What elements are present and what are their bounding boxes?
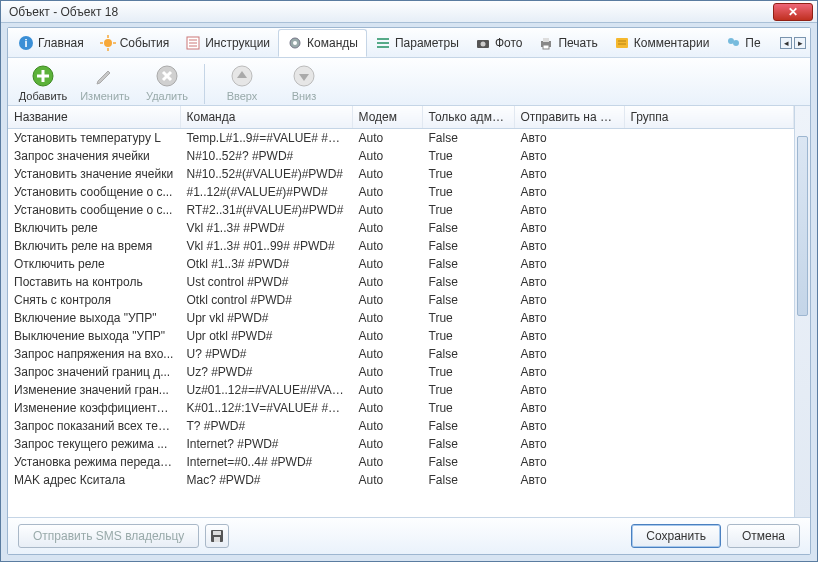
table-row[interactable]: Поставить на контрольUst control #PWD#Au… — [8, 273, 794, 291]
tab-4[interactable]: Параметры — [367, 29, 467, 57]
table-row[interactable]: Выключение выхода "УПР"Upr otkl #PWD#Aut… — [8, 327, 794, 345]
cell-a: True — [422, 147, 514, 165]
table-row[interactable]: Отключить релеOtkl #1..3# #PWD#AutoFalse… — [8, 255, 794, 273]
add-button[interactable]: Добавить — [14, 62, 72, 104]
tab-5[interactable]: Фото — [467, 29, 531, 57]
column-header-1[interactable]: Команда — [180, 106, 352, 129]
table-row[interactable]: Включить релеVkl #1..3# #PWD#AutoFalseАв… — [8, 219, 794, 237]
cell-a: False — [422, 237, 514, 255]
tab-1[interactable]: События — [92, 29, 178, 57]
table-row[interactable]: Установить значение ячейкиN#10..52#(#VAL… — [8, 165, 794, 183]
scroll-thumb[interactable] — [797, 136, 808, 316]
cell-g — [624, 399, 794, 417]
cell-s: Авто — [514, 417, 624, 435]
info-icon: i — [18, 35, 34, 51]
table-row[interactable]: Запрос значения ячейкиN#10..52#? #PWD#Au… — [8, 147, 794, 165]
edit-button[interactable]: Изменить — [76, 62, 134, 104]
cell-c: RT#2..31#(#VALUE#)#PWD# — [180, 201, 352, 219]
table-row[interactable]: Установка режима передач...Internet=#0..… — [8, 453, 794, 471]
window-body: iГлавнаяСобытияИнструкцииКомандыПараметр… — [7, 27, 811, 555]
cancel-button[interactable]: Отмена — [727, 524, 800, 548]
cell-g — [624, 147, 794, 165]
tabs-scroll: ◂ ▸ — [780, 37, 808, 49]
cell-a: False — [422, 255, 514, 273]
cell-c: T? #PWD# — [180, 417, 352, 435]
bottom-bar: Отправить SMS владельцу Сохранить Отмена — [8, 518, 810, 554]
table-row[interactable]: Изменение коэффициента ...K#01..12#:1V=#… — [8, 399, 794, 417]
tabs-scroll-right[interactable]: ▸ — [794, 37, 806, 49]
send-sms-button[interactable]: Отправить SMS владельцу — [18, 524, 199, 548]
table-row[interactable]: Включение выхода "УПР"Upr vkl #PWD#AutoT… — [8, 309, 794, 327]
table-row[interactable]: Запрос показаний всех тер...T? #PWD#Auto… — [8, 417, 794, 435]
tab-3[interactable]: Команды — [278, 29, 367, 57]
cell-n: Поставить на контроль — [8, 273, 180, 291]
cell-a: False — [422, 453, 514, 471]
list-icon — [185, 35, 201, 51]
table-row[interactable]: Снять с контроляOtkl control #PWD#AutoFa… — [8, 291, 794, 309]
table-row[interactable]: Установить сообщение о с...#1..12#(#VALU… — [8, 183, 794, 201]
delete-button[interactable]: Удалить — [138, 62, 196, 104]
column-header-5[interactable]: Группа — [624, 106, 794, 129]
cell-c: Vkl #1..3# #01..99# #PWD# — [180, 237, 352, 255]
cell-n: Отключить реле — [8, 255, 180, 273]
cell-n: Установка режима передач... — [8, 453, 180, 471]
column-header-0[interactable]: Название — [8, 106, 180, 129]
cell-c: Internet=#0..4# #PWD# — [180, 453, 352, 471]
table-row[interactable]: MAK адрес КситалаMac? #PWD#AutoFalseАвто — [8, 471, 794, 489]
tab-2[interactable]: Инструкции — [177, 29, 278, 57]
arrow-up-icon — [230, 64, 254, 88]
tab-label: Комментарии — [634, 36, 710, 50]
svg-rect-28 — [37, 75, 49, 78]
table-row[interactable]: Установить температуру LTemp.L#1..9#=#VA… — [8, 129, 794, 148]
table-row[interactable]: Установить сообщение о с...RT#2..31#(#VA… — [8, 201, 794, 219]
save-label: Сохранить — [646, 529, 706, 543]
window-title: Объект - Объект 18 — [5, 5, 118, 19]
cell-s: Авто — [514, 291, 624, 309]
save-disk-button[interactable] — [205, 524, 229, 548]
table-row[interactable]: Запрос текущего режима ...Internet? #PWD… — [8, 435, 794, 453]
tab-label: События — [120, 36, 170, 50]
column-header-2[interactable]: Модем — [352, 106, 422, 129]
cell-s: Авто — [514, 399, 624, 417]
cell-n: Запрос текущего режима ... — [8, 435, 180, 453]
tab-6[interactable]: Печать — [530, 29, 605, 57]
tabs-bar: iГлавнаяСобытияИнструкцииКомандыПараметр… — [8, 28, 810, 58]
up-button[interactable]: Вверх — [213, 62, 271, 104]
close-button[interactable]: ✕ — [773, 3, 813, 21]
column-header-4[interactable]: Отправить на ном... — [514, 106, 624, 129]
cell-m: Auto — [352, 129, 422, 148]
column-header-3[interactable]: Только адми... — [422, 106, 514, 129]
tabs-scroll-left[interactable]: ◂ — [780, 37, 792, 49]
cell-m: Auto — [352, 327, 422, 345]
camera-icon — [475, 35, 491, 51]
cell-n: Запрос напряжения на вхо... — [8, 345, 180, 363]
cell-n: Включение выхода "УПР" — [8, 309, 180, 327]
delete-icon — [155, 64, 179, 88]
tab-0[interactable]: iГлавная — [10, 29, 92, 57]
cell-g — [624, 453, 794, 471]
cell-m: Auto — [352, 399, 422, 417]
tab-label: Пе — [745, 36, 760, 50]
table-row[interactable]: Включить реле на времяVkl #1..3# #01..99… — [8, 237, 794, 255]
table-row[interactable]: Запрос значений границ д...Uz? #PWD#Auto… — [8, 363, 794, 381]
tab-7[interactable]: Комментарии — [606, 29, 718, 57]
table-row[interactable]: Запрос напряжения на вхо...U? #PWD#AutoF… — [8, 345, 794, 363]
down-button[interactable]: Вниз — [275, 62, 333, 104]
cell-a: False — [422, 417, 514, 435]
data-grid[interactable]: НазваниеКомандаМодемТолько адми...Отправ… — [8, 106, 794, 517]
cell-s: Авто — [514, 435, 624, 453]
vertical-scrollbar[interactable] — [794, 106, 810, 517]
cell-s: Авто — [514, 201, 624, 219]
svg-rect-15 — [377, 46, 389, 48]
save-button[interactable]: Сохранить — [631, 524, 721, 548]
pencil-icon — [93, 64, 117, 88]
cell-g — [624, 471, 794, 489]
cell-c: Upr otkl #PWD# — [180, 327, 352, 345]
cell-n: Установить значение ячейки — [8, 165, 180, 183]
cell-n: Изменение значений гран... — [8, 381, 180, 399]
cell-c: Internet? #PWD# — [180, 435, 352, 453]
table-row[interactable]: Изменение значений гран...Uz#01..12#=#VA… — [8, 381, 794, 399]
tab-8[interactable]: Пе — [717, 29, 768, 57]
cell-m: Auto — [352, 291, 422, 309]
cell-g — [624, 309, 794, 327]
